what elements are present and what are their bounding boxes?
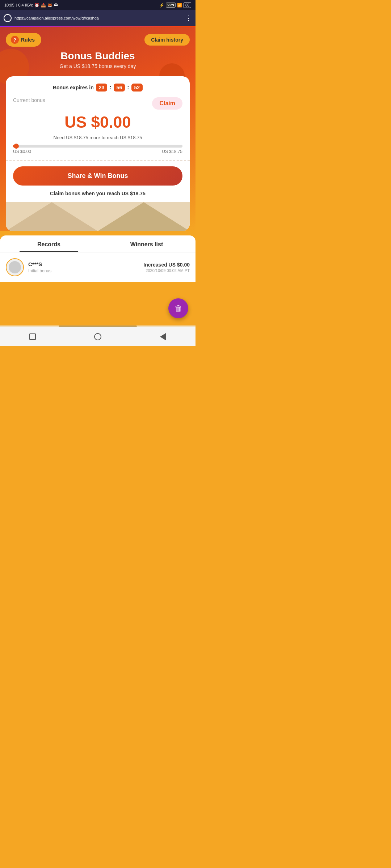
dashed-divider xyxy=(6,160,190,161)
page-title: Bonus Buddies xyxy=(6,50,190,62)
home-icon xyxy=(94,333,101,340)
main-area: ? Rules Claim history Bonus Buddies Get … xyxy=(0,27,196,231)
claim-history-button[interactable]: Claim history xyxy=(144,34,190,46)
record-item: C***S Initial bonus Increased US $0.00 2… xyxy=(0,252,196,282)
record-info: C***S Initial bonus xyxy=(28,261,139,273)
download-icon: 📥 xyxy=(41,3,46,8)
question-icon: ? xyxy=(11,36,19,44)
orange-bottom-area: 🗑 xyxy=(0,282,196,326)
time: 10:05 xyxy=(4,3,14,7)
data-speed: | xyxy=(16,3,17,7)
record-description: Initial bonus xyxy=(28,268,139,273)
progress-fill xyxy=(13,145,16,148)
timer-hours: 23 xyxy=(96,84,108,92)
tabs-row: Records Winners list xyxy=(0,235,196,252)
extra-icon: 🕶 xyxy=(54,3,58,7)
bonus-amount: US $0.00 xyxy=(13,113,182,131)
top-buttons: ? Rules Claim history xyxy=(6,33,190,47)
firefox-icon: 🦊 xyxy=(47,3,52,8)
timer-minutes: 56 xyxy=(114,84,125,92)
record-amount: Increased US $0.00 xyxy=(143,262,190,268)
status-bar: 10:05 | 0,4 КБ/с ⏰ 📥 🦊 🕶 ⚡ VPN 📶 86 xyxy=(0,0,196,10)
back-icon xyxy=(160,333,166,340)
timer-seconds: 52 xyxy=(131,84,143,92)
progress-dot xyxy=(14,144,19,149)
claim-hint-text: Claim bonus when you reach US $18.75 xyxy=(13,191,182,202)
trash-icon: 🗑 xyxy=(175,304,182,313)
claim-history-label: Claim history xyxy=(151,37,183,43)
timer-colon-1: : xyxy=(109,84,111,91)
envelope-flap-left xyxy=(6,202,98,231)
tab-records[interactable]: Records xyxy=(0,235,98,252)
browser-bar: https://campaign.aliexpress.com/wow/gf/c… xyxy=(0,10,196,26)
status-right: ⚡ VPN 📶 86 xyxy=(159,3,191,8)
bonus-expires: Bonus expires in 23 : 56 : 52 xyxy=(13,84,182,92)
avatar-image xyxy=(9,261,21,273)
rules-label: Rules xyxy=(21,37,35,43)
battery-indicator: 86 xyxy=(184,3,191,8)
url-bar[interactable]: https://campaign.aliexpress.com/wow/gf/c… xyxy=(14,16,182,20)
data-speed-value: 0,4 КБ/с xyxy=(18,3,33,7)
bonus-card: Bonus expires in 23 : 56 : 52 Current bo… xyxy=(6,76,190,231)
record-time: 2020/10/09 00:02 AM PT xyxy=(143,268,190,273)
signal-icon: 📶 xyxy=(177,3,182,8)
record-amount-section: Increased US $0.00 2020/10/09 00:02 AM P… xyxy=(143,262,190,273)
progress-labels: US $0.00 US $18.75 xyxy=(13,149,182,154)
tab-winners[interactable]: Winners list xyxy=(98,235,196,252)
records-section: Records Winners list C***S Initial bonus… xyxy=(0,235,196,282)
stop-icon xyxy=(29,333,36,340)
nav-home-button[interactable] xyxy=(91,330,104,343)
progress-container: US $0.00 US $18.75 xyxy=(13,145,182,154)
nav-stop-button[interactable] xyxy=(26,330,39,343)
bluetooth-icon: ⚡ xyxy=(159,3,164,8)
nav-back-button[interactable] xyxy=(156,330,169,343)
navigation-bar xyxy=(0,327,196,346)
alarm-icon: ⏰ xyxy=(34,3,39,8)
record-name: C***S xyxy=(28,261,139,267)
progress-min: US $0.00 xyxy=(13,149,31,154)
progress-max: US $18.75 xyxy=(162,149,182,154)
expires-label: Bonus expires in xyxy=(53,85,94,90)
envelope-decoration xyxy=(6,202,190,231)
timer-colon-2: : xyxy=(127,84,129,91)
rules-button[interactable]: ? Rules xyxy=(6,33,41,47)
need-more-text: Need US $18.75 more to reach US $18.75 xyxy=(13,135,182,140)
current-bonus-label: Current bonus xyxy=(13,97,45,103)
globe-icon xyxy=(4,14,12,22)
title-section: Bonus Buddies Get a US $18.75 bonus ever… xyxy=(6,50,190,69)
vpn-badge: VPN xyxy=(166,3,176,8)
progress-track xyxy=(13,145,182,148)
fab-delete-button[interactable]: 🗑 xyxy=(168,298,188,318)
current-bonus-section: Current bonus Claim xyxy=(13,97,182,110)
status-left: 10:05 | 0,4 КБ/с ⏰ 📥 🦊 🕶 xyxy=(4,3,58,8)
avatar xyxy=(6,258,24,276)
claim-button[interactable]: Claim xyxy=(152,97,182,110)
envelope-flap-right xyxy=(98,202,190,231)
share-win-button[interactable]: Share & Win Bonus xyxy=(13,166,182,186)
browser-menu-button[interactable]: ⋮ xyxy=(185,14,192,22)
